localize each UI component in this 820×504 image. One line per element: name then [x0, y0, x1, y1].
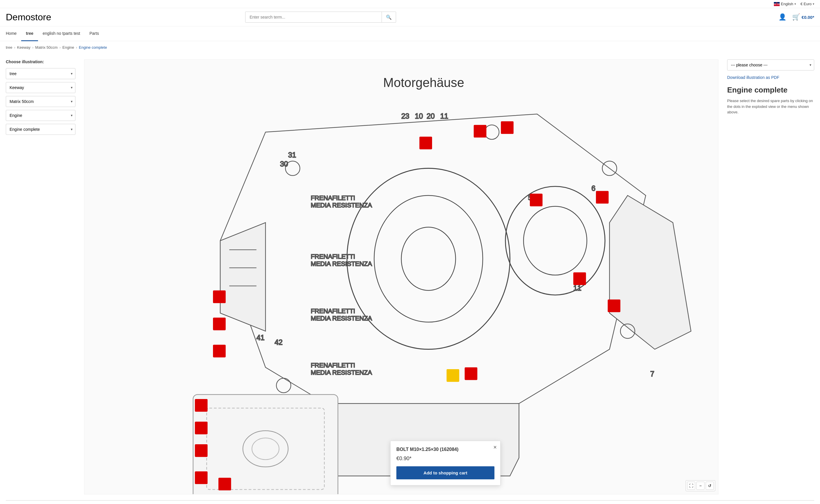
select-engine-complete[interactable]: Engine complete: [6, 124, 75, 135]
svg-text:23: 23: [401, 112, 409, 120]
part-dot[interactable]: [465, 367, 477, 380]
popup-add-to-cart-button[interactable]: Add to shopping cart: [396, 466, 495, 479]
nav-item-home[interactable]: Home: [6, 26, 21, 41]
currency-chevron: ▾: [813, 2, 814, 6]
main-content: Choose illustration: tree ▾ Keeway ▾ Mat…: [0, 54, 820, 500]
nav-item-parts[interactable]: Parts: [85, 26, 104, 41]
popup-close-button[interactable]: ×: [493, 444, 497, 451]
part-dot[interactable]: [195, 472, 208, 484]
popup-title: BOLT M10×1.25×30 (162084): [396, 447, 495, 452]
sidebar-title: Choose illustration:: [6, 59, 75, 64]
part-dot[interactable]: [195, 444, 208, 457]
part-popup: × BOLT M10×1.25×30 (162084) €0.90* Add t…: [390, 441, 501, 485]
select-keeway[interactable]: Keeway: [6, 82, 75, 93]
nav-item-tree[interactable]: tree: [21, 26, 38, 41]
part-dot[interactable]: [195, 399, 208, 412]
cart-price: €0.00*: [802, 15, 814, 20]
selected-part-dot[interactable]: [447, 369, 459, 382]
part-dot[interactable]: [474, 125, 487, 138]
breadcrumb-engine[interactable]: Engine: [62, 45, 74, 50]
svg-text:MEDIA RESISTENZA: MEDIA RESISTENZA: [311, 202, 372, 209]
select-engine-wrapper: Engine ▾: [6, 110, 75, 121]
parts-table: article name article number price quanit…: [6, 500, 814, 504]
zoom-reset-button[interactable]: ↺: [706, 482, 714, 490]
svg-text:41: 41: [256, 333, 265, 342]
pdf-download-link[interactable]: Download illustration as PDF: [727, 75, 814, 80]
part-dot[interactable]: [419, 137, 432, 149]
logo-bold: Demo: [6, 12, 30, 22]
breadcrumb-keeway[interactable]: Keeway: [17, 45, 30, 50]
logo-light: store: [30, 12, 51, 22]
zoom-expand-button[interactable]: ⛶: [687, 482, 695, 490]
col-article-number: article number: [189, 500, 340, 504]
select-keeway-wrapper: Keeway ▾: [6, 82, 75, 93]
zoom-out-button[interactable]: −: [696, 482, 705, 490]
select-tree-wrapper: tree ▾: [6, 68, 75, 79]
svg-text:7: 7: [650, 370, 654, 378]
part-dot[interactable]: [213, 345, 226, 358]
col-article-name: article name: [6, 500, 189, 504]
header: Demostore 🔍 👤 🛒 €0.00*: [0, 8, 820, 26]
illustration-description: Please select the desired spare parts by…: [727, 98, 814, 115]
part-dot[interactable]: [596, 191, 609, 204]
svg-text:FRENAFILETTI: FRENAFILETTI: [311, 307, 355, 315]
breadcrumb-matrix[interactable]: Matrix 50ccm: [35, 45, 57, 50]
parts-section: article name article number price quanit…: [0, 500, 820, 504]
search-bar: 🔍: [245, 12, 396, 23]
svg-text:20: 20: [427, 112, 435, 120]
illustration-select[interactable]: --- please choose ---: [727, 59, 814, 70]
breadcrumb-tree[interactable]: tree: [6, 45, 12, 50]
breadcrumb: tree › Keeway › Matrix 50ccm › Engine › …: [0, 41, 820, 54]
logo[interactable]: Demostore: [6, 12, 51, 23]
part-dot[interactable]: [573, 272, 586, 285]
right-panel: --- please choose --- ▾ Download illustr…: [727, 59, 814, 115]
flag-icon: [774, 2, 780, 6]
search-input[interactable]: [245, 12, 381, 22]
svg-text:31: 31: [288, 151, 296, 159]
part-dot[interactable]: [195, 422, 208, 434]
sidebar: Choose illustration: tree ▾ Keeway ▾ Mat…: [6, 59, 75, 138]
col-price: price: [339, 500, 426, 504]
svg-text:FRENAFILETTI: FRENAFILETTI: [311, 253, 355, 260]
diagram-container[interactable]: Motorgehäuse: [84, 59, 718, 494]
part-dot[interactable]: [530, 194, 543, 206]
svg-text:10: 10: [415, 112, 423, 120]
zoom-controls: ⛶ − ↺: [686, 480, 715, 491]
account-button[interactable]: 👤: [779, 13, 786, 21]
col-action: [564, 500, 814, 504]
select-tree[interactable]: tree: [6, 68, 75, 79]
main-nav: Home tree english no tparts test Parts: [0, 26, 820, 41]
search-button[interactable]: 🔍: [381, 12, 396, 22]
svg-text:Motorgehäuse: Motorgehäuse: [383, 75, 464, 90]
svg-text:FRENAFILETTI: FRENAFILETTI: [311, 194, 355, 202]
language-label: English: [781, 2, 793, 6]
select-engine[interactable]: Engine: [6, 110, 75, 121]
top-bar: English ▾ € Euro ▾: [0, 0, 820, 8]
svg-text:11: 11: [440, 112, 448, 120]
language-selector[interactable]: English ▾: [774, 2, 796, 6]
illustration-title: Engine complete: [727, 86, 814, 95]
part-dot[interactable]: [213, 291, 226, 303]
cart-button[interactable]: 🛒 €0.00*: [792, 13, 814, 21]
part-dot[interactable]: [218, 478, 231, 490]
svg-rect-36: [193, 394, 338, 494]
currency-selector[interactable]: € Euro ▾: [801, 2, 814, 6]
illustration-area: Motorgehäuse: [84, 59, 718, 494]
col-quantity: quanitty: [426, 500, 564, 504]
select-matrix-wrapper: Matrix 50ccm ▾: [6, 96, 75, 107]
svg-text:30: 30: [280, 160, 288, 168]
popup-price: €0.90*: [396, 456, 495, 462]
nav-item-english[interactable]: english no tparts test: [38, 26, 85, 41]
select-engine-complete-wrapper: Engine complete ▾: [6, 124, 75, 135]
select-matrix[interactable]: Matrix 50ccm: [6, 96, 75, 107]
svg-text:MEDIA RESISTENZA: MEDIA RESISTENZA: [311, 369, 372, 376]
part-dot[interactable]: [501, 121, 514, 134]
part-dot[interactable]: [608, 300, 620, 312]
svg-text:FRENAFILETTI: FRENAFILETTI: [311, 362, 355, 369]
part-dot[interactable]: [213, 318, 226, 330]
svg-text:42: 42: [274, 338, 283, 346]
breadcrumb-current: Engine complete: [79, 45, 107, 50]
illustration-select-wrapper: --- please choose --- ▾: [727, 59, 814, 70]
svg-text:6: 6: [591, 184, 596, 192]
language-chevron: ▾: [794, 2, 796, 6]
